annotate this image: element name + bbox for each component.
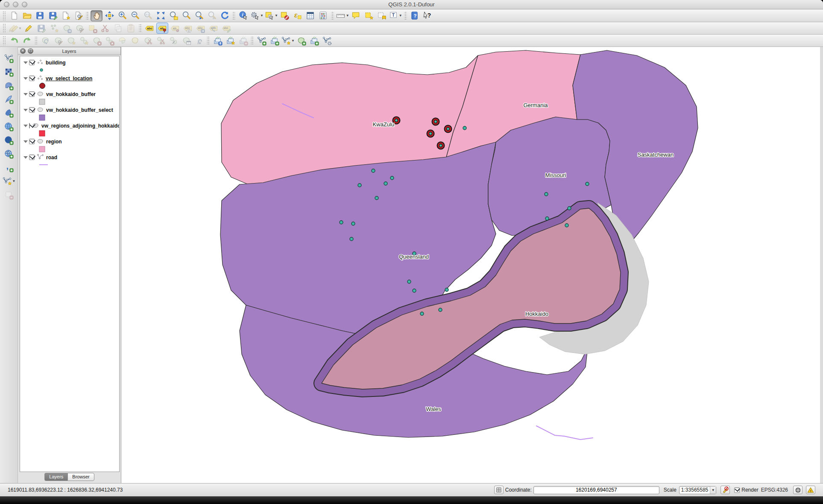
- expand-triangle-icon[interactable]: [23, 61, 28, 64]
- expand-triangle-icon[interactable]: [23, 93, 28, 96]
- layer-symbol-swatch: [39, 146, 119, 152]
- pin-labels-button[interactable]: ab: [156, 23, 168, 34]
- selected-location-point: [427, 130, 434, 137]
- panel-tab-layers[interactable]: Layers: [44, 473, 67, 481]
- zoom-to-layer-button[interactable]: [167, 10, 179, 21]
- map-canvas[interactable]: KwaZuluGermaniaSaskatchewanMissouriQueen…: [121, 47, 820, 483]
- layer-visibility-checkbox[interactable]: [29, 60, 35, 65]
- redo-button[interactable]: [21, 35, 33, 46]
- show-bookmarks-button[interactable]: [376, 10, 388, 21]
- identify-features-button[interactable]: i: [237, 10, 249, 21]
- layer-name[interactable]: building: [46, 60, 66, 66]
- layer-name[interactable]: region: [46, 139, 62, 145]
- layer-name[interactable]: vw_regions_adjoining_hokkaido: [41, 123, 120, 129]
- layer-name[interactable]: road: [46, 154, 57, 160]
- attribute-table-button[interactable]: [305, 10, 316, 21]
- layer-visibility-checkbox[interactable]: [29, 123, 30, 128]
- add-delimited-text-button[interactable]: ,: [3, 162, 15, 173]
- svg-text:abc: abc: [211, 26, 216, 29]
- layer-new-button[interactable]: [224, 35, 236, 46]
- new-bookmark-button[interactable]: [363, 10, 375, 21]
- zoom-in-button[interactable]: [116, 10, 128, 21]
- composer-manager-button[interactable]: [72, 10, 84, 21]
- scale-combobox[interactable]: 1:33565585 ▼: [679, 486, 716, 494]
- add-wfs-layer-button[interactable]: [3, 148, 15, 159]
- field-calculator-button[interactable]: [317, 10, 329, 21]
- expand-triangle-icon[interactable]: [23, 125, 28, 127]
- pan-to-selection-button[interactable]: [103, 10, 115, 21]
- whats-this-button[interactable]: ?: [422, 10, 433, 21]
- select-by-expression-button[interactable]: ε: [292, 10, 304, 21]
- show-hide-labels-button: abc: [182, 23, 194, 34]
- add-postgis-layer-button[interactable]: [3, 80, 15, 91]
- union-tool-button[interactable]: [296, 35, 308, 46]
- measure-button[interactable]: ▼: [336, 10, 349, 21]
- node-tool-button: [74, 23, 86, 34]
- pan-map-button[interactable]: [91, 10, 103, 21]
- layer-visibility-checkbox[interactable]: [29, 107, 35, 113]
- svg-text:1:1: 1:1: [145, 13, 149, 16]
- select-features-button[interactable]: ▼: [264, 10, 278, 21]
- select-by-location-button[interactable]: [255, 35, 267, 46]
- coordinate-input[interactable]: [533, 486, 659, 494]
- layer-symbol-swatch: [39, 83, 119, 89]
- add-vector-layer-button[interactable]: [3, 52, 15, 64]
- new-project-button[interactable]: [8, 10, 20, 21]
- toggle-editing-button[interactable]: [23, 23, 35, 34]
- expand-triangle-icon[interactable]: [23, 140, 28, 143]
- run-feature-action-button[interactable]: ▼: [250, 10, 264, 21]
- crs-status-icon[interactable]: [793, 486, 802, 494]
- qgis-window: QGIS 2.0.1-Dufour 1:1i▼▼ε▼T▼?? ▼abcababa…: [0, 0, 823, 504]
- new-shapefile-button[interactable]: ▼: [2, 175, 16, 186]
- layer-import-button[interactable]: [211, 35, 223, 46]
- copy-features-button: [112, 23, 124, 34]
- text-annotation-button[interactable]: T▼: [389, 10, 402, 21]
- add-mssql-layer-button[interactable]: [3, 107, 15, 118]
- message-log-icon[interactable]: !: [806, 486, 815, 494]
- add-wms-layer-button[interactable]: [3, 121, 15, 132]
- new-composer-button[interactable]: [59, 10, 71, 21]
- map-tips-button[interactable]: [350, 10, 362, 21]
- toolbar-separator: [331, 11, 334, 20]
- zoom-out-button[interactable]: [129, 10, 141, 21]
- open-project-button[interactable]: [21, 10, 33, 21]
- layer-visibility-checkbox[interactable]: [29, 139, 35, 144]
- extract-by-location-button[interactable]: [268, 35, 280, 46]
- clip-tool-button[interactable]: [308, 35, 320, 46]
- panel-tab-browser[interactable]: Browser: [67, 473, 94, 481]
- add-wcs-layer-button[interactable]: [3, 134, 15, 146]
- polygon-layer-icon: [37, 106, 44, 114]
- layer-visibility-checkbox[interactable]: [29, 154, 35, 160]
- zoom-to-selection-button[interactable]: [180, 10, 192, 21]
- undo-button[interactable]: [8, 35, 20, 46]
- zoom-full-button[interactable]: [155, 10, 167, 21]
- layer-name[interactable]: vw_select_location: [46, 76, 92, 82]
- render-checkbox[interactable]: [734, 487, 740, 493]
- expand-triangle-icon[interactable]: [23, 156, 28, 159]
- add-raster-layer-button[interactable]: [3, 66, 15, 77]
- mouse-position-toggle-icon[interactable]: [494, 486, 504, 494]
- buffer-tool-button[interactable]: [321, 35, 333, 46]
- layer-name[interactable]: vw_hokkaido_buffer_select: [46, 107, 113, 113]
- spatial-query-button[interactable]: ▼: [281, 35, 295, 46]
- selected-location-point: [437, 142, 445, 149]
- expand-triangle-icon[interactable]: [23, 77, 28, 80]
- save-project-button[interactable]: [34, 10, 46, 21]
- deselect-features-button[interactable]: [279, 10, 291, 21]
- layers-panel-title: Layers: [18, 49, 120, 54]
- layer-name[interactable]: vw_hokkaido_buffer: [46, 91, 96, 97]
- expand-triangle-icon[interactable]: [23, 109, 28, 111]
- add-spatialite-layer-button[interactable]: [3, 93, 15, 105]
- refresh-map-button[interactable]: [219, 10, 231, 21]
- help-button[interactable]: ?: [409, 10, 421, 21]
- labeling-button[interactable]: abc: [144, 23, 155, 34]
- toolbar-digitizing-labels: ▼abcabababcabcabcabc: [0, 22, 823, 35]
- save-project-as-button[interactable]: [47, 10, 59, 21]
- rotate-label-button: abc: [208, 23, 220, 34]
- layer-visibility-checkbox[interactable]: [29, 76, 35, 81]
- layer-visibility-checkbox[interactable]: [29, 91, 35, 97]
- chevron-down-icon[interactable]: ▼: [710, 487, 716, 494]
- zoom-last-button[interactable]: [193, 10, 205, 21]
- stop-render-icon[interactable]: [720, 486, 730, 494]
- status-bar: 1619011.83,6936223.12 : 1626836.32,69412…: [0, 483, 823, 496]
